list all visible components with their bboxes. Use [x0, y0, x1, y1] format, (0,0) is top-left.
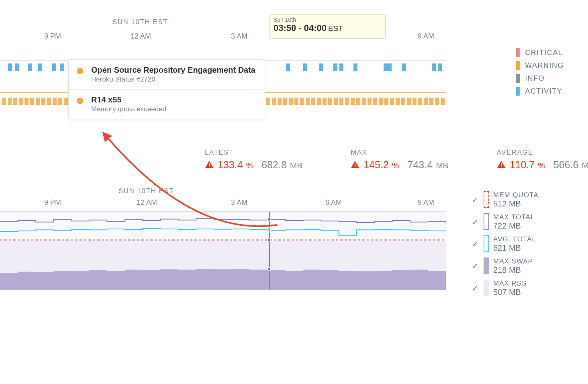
warning-tick[interactable]: [429, 98, 433, 105]
stat-mb-unit: MB: [290, 161, 303, 170]
svg-rect-2: [355, 163, 355, 165]
warning-tick[interactable]: [334, 98, 338, 105]
warning-tick[interactable]: [289, 98, 293, 105]
warning-tick[interactable]: [328, 98, 332, 105]
warning-tick[interactable]: [58, 98, 62, 105]
legend-swatch-icon: [484, 213, 489, 230]
warning-tick[interactable]: [317, 98, 321, 105]
chart-date-header: SUN 10TH EST: [118, 187, 174, 195]
event-detail-popup[interactable]: Open Source Repository Engagement Data H…: [68, 59, 265, 119]
warning-tick[interactable]: [407, 98, 411, 105]
warning-tick[interactable]: [339, 98, 343, 105]
warning-tick[interactable]: [64, 98, 68, 105]
warning-tick[interactable]: [379, 98, 383, 105]
warning-tick[interactable]: [435, 98, 439, 105]
memory-chart[interactable]: [0, 211, 446, 290]
warning-tick[interactable]: [351, 98, 355, 105]
status-legend-label: ACTIVITY: [525, 87, 562, 96]
tooltip-tz: EST: [328, 24, 343, 33]
warning-tick[interactable]: [362, 98, 366, 105]
activity-tick[interactable]: [286, 63, 290, 71]
activity-tick[interactable]: [319, 63, 323, 71]
chart-legend-item[interactable]: ✓ MAX SWAP 218 MB: [472, 257, 576, 275]
popup-event-row[interactable]: Open Source Repository Engagement Data H…: [69, 60, 265, 89]
status-legend-item[interactable]: WARNING: [516, 61, 564, 70]
timeline-time-axis: 9 PM12 AM3 AM9 AM: [0, 32, 446, 44]
activity-tick[interactable]: [384, 63, 388, 71]
warning-tick[interactable]: [47, 98, 51, 105]
warning-tick[interactable]: [412, 98, 416, 105]
check-icon: ✓: [472, 239, 480, 249]
activity-tick[interactable]: [438, 63, 442, 71]
activity-tick[interactable]: [333, 63, 337, 71]
warning-tick[interactable]: [345, 98, 349, 105]
warning-tick[interactable]: [401, 98, 405, 105]
warning-tick[interactable]: [24, 98, 29, 105]
warning-tick[interactable]: [13, 98, 17, 105]
warning-tick[interactable]: [424, 98, 428, 105]
tooltip-range: 03:50 - 04:00: [274, 23, 327, 33]
warning-tick[interactable]: [272, 98, 276, 105]
warning-tick[interactable]: [323, 98, 327, 105]
warning-tick[interactable]: [30, 98, 34, 105]
warning-tick[interactable]: [384, 98, 388, 105]
status-legend-item[interactable]: ACTIVITY: [516, 87, 564, 96]
event-dot-icon: [77, 68, 83, 74]
warning-tick[interactable]: [53, 98, 57, 105]
warning-tick[interactable]: [418, 98, 422, 105]
chart-legend-item[interactable]: ✓ AVG. TOTAL 621 MB: [472, 235, 576, 253]
warning-tick[interactable]: [19, 98, 23, 105]
warning-tick[interactable]: [294, 98, 298, 105]
events-timeline-panel: SUN 10TH EST Sun 10th 03:50 - 04:00EST 9…: [0, 8, 588, 141]
status-legend-item[interactable]: INFO: [516, 74, 564, 83]
warning-tick[interactable]: [278, 98, 282, 105]
activity-tick[interactable]: [52, 63, 56, 71]
activity-tick[interactable]: [402, 63, 406, 71]
legend-swatch-icon: [484, 191, 489, 208]
time-tick-label: 3 AM: [231, 32, 247, 41]
warning-tick[interactable]: [266, 98, 270, 105]
status-legend-item[interactable]: CRITICAL: [516, 48, 564, 57]
activity-tick[interactable]: [15, 63, 19, 71]
popup-event-subtitle: Heroku Status #2720: [91, 76, 257, 84]
warning-tick[interactable]: [36, 98, 40, 105]
activity-tick[interactable]: [303, 63, 307, 71]
warning-tick[interactable]: [356, 98, 360, 105]
warning-tick[interactable]: [300, 98, 304, 105]
activity-tick[interactable]: [28, 63, 32, 71]
warning-tick[interactable]: [390, 98, 394, 105]
activity-tick[interactable]: [8, 63, 12, 71]
chart-cursor-dot: [267, 238, 271, 242]
activity-tick[interactable]: [38, 63, 42, 71]
warning-tick[interactable]: [8, 98, 12, 105]
activity-tick[interactable]: [60, 63, 64, 71]
warning-tick[interactable]: [2, 98, 6, 105]
chart-legend-item[interactable]: ✓ MAX TOTAL 722 MB: [472, 213, 576, 231]
chart-legend-item[interactable]: ✓ MAX RSS 507 MB: [472, 280, 576, 297]
chart-time-tick-label: 9 PM: [44, 198, 61, 207]
popup-event-title: R14 x55: [91, 95, 257, 104]
warning-tick[interactable]: [306, 98, 310, 105]
chart-time-tick-label: 9 AM: [418, 198, 434, 207]
warning-tick[interactable]: [368, 98, 372, 105]
stat-percent-unit: %: [246, 161, 254, 170]
activity-tick[interactable]: [432, 63, 436, 71]
warning-tick[interactable]: [373, 98, 377, 105]
activity-tick[interactable]: [339, 63, 343, 71]
legend-series-name: MEM QUOTA: [493, 191, 539, 199]
status-swatch-icon: [516, 87, 520, 96]
warning-tick[interactable]: [396, 98, 400, 105]
stat-head: MAX: [351, 149, 448, 157]
memory-chart-panel: SUN 10TH EST 9 PM12 AM3 AM6 AM9 AM ✓ MEM…: [0, 187, 588, 340]
status-legend-label: WARNING: [525, 61, 564, 70]
warning-tick[interactable]: [441, 98, 445, 105]
popup-event-row[interactable]: R14 x55 Memory quota exceeded: [69, 89, 265, 119]
activity-tick[interactable]: [353, 63, 357, 71]
chart-legend-item[interactable]: ✓ MEM QUOTA 512 MB: [472, 191, 576, 208]
legend-series-name: MAX TOTAL: [493, 213, 535, 221]
warning-tick[interactable]: [41, 98, 45, 105]
stat-block-latest: LATEST 133.4 % 682.8 MB: [205, 149, 302, 171]
warning-tick[interactable]: [311, 98, 315, 105]
warning-tick[interactable]: [283, 98, 287, 105]
activity-tick[interactable]: [388, 63, 392, 71]
